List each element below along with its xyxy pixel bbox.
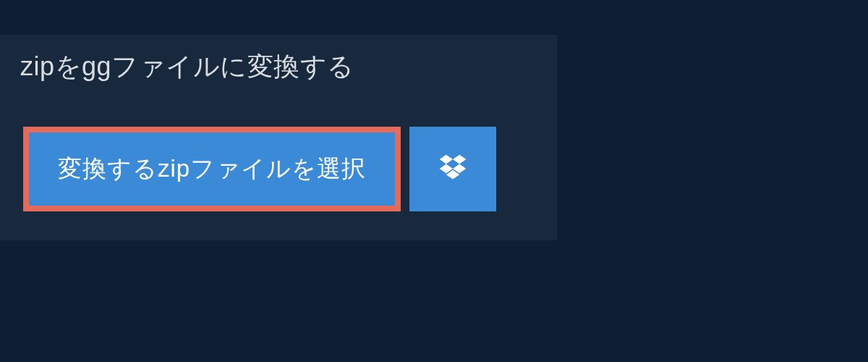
dropbox-icon: [437, 152, 469, 187]
page-title: zipをggファイルに変換する: [20, 49, 537, 85]
dropbox-button[interactable]: [409, 127, 496, 211]
converter-panel: zipをggファイルに変換する 変換するzipファイルを選択: [0, 35, 557, 240]
select-file-button[interactable]: 変換するzipファイルを選択: [23, 127, 401, 211]
title-container: zipをggファイルに変換する: [0, 35, 557, 92]
button-row: 変換するzipファイルを選択: [23, 127, 557, 211]
select-file-label: 変換するzipファイルを選択: [58, 153, 366, 185]
